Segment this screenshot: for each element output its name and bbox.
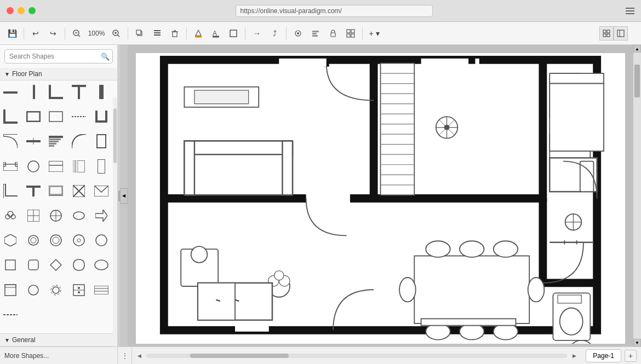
- delete-button[interactable]: [167, 26, 182, 41]
- svg-rect-40: [27, 112, 40, 122]
- page-tabs: Page-1 +: [581, 349, 641, 362]
- floor-plan-section-header[interactable]: ▼ Floor Plan: [0, 68, 117, 80]
- shape-x[interactable]: [71, 183, 87, 199]
- svg-rect-118: [381, 63, 415, 195]
- shape-sofa[interactable]: [2, 158, 19, 175]
- shape-rounded-sq[interactable]: [25, 257, 42, 273]
- line-color-button[interactable]: A: [208, 26, 224, 41]
- svg-point-155: [274, 271, 284, 280]
- shape-ring[interactable]: [48, 232, 64, 249]
- svg-point-81: [28, 235, 38, 245]
- arrange-button[interactable]: [290, 26, 306, 41]
- hamburger-menu[interactable]: [626, 8, 634, 14]
- search-input[interactable]: [4, 49, 113, 63]
- shape-star[interactable]: [71, 232, 87, 249]
- page-1-tab[interactable]: Page-1: [586, 349, 621, 362]
- shape-square[interactable]: [2, 257, 19, 273]
- canvas-page[interactable]: [136, 53, 625, 344]
- shape-t2[interactable]: [25, 183, 42, 199]
- shape-corner2[interactable]: [2, 183, 19, 199]
- copy-button[interactable]: [132, 26, 147, 41]
- shape-plant[interactable]: [2, 207, 19, 224]
- shape-door[interactable]: [2, 133, 19, 149]
- right-scrollbar[interactable]: ▲ ▼: [633, 45, 641, 346]
- shape-dash-line[interactable]: [71, 108, 87, 125]
- connector-button[interactable]: →: [249, 26, 265, 41]
- shape-curved[interactable]: [71, 133, 87, 149]
- shape-stairs2[interactable]: [71, 158, 87, 175]
- shape-dashed[interactable]: [2, 307, 19, 323]
- shape-circle2[interactable]: [25, 232, 42, 249]
- panel-toggle-button[interactable]: [614, 26, 628, 41]
- shape-oval[interactable]: [71, 207, 87, 224]
- shape-wall-v[interactable]: [25, 84, 42, 100]
- minimize-button[interactable]: [18, 7, 25, 14]
- insert-button[interactable]: + ▾: [367, 26, 382, 41]
- sidebar-scrollbar[interactable]: [113, 97, 117, 346]
- cut-button[interactable]: [150, 26, 165, 41]
- canvas-area[interactable]: ◀: [120, 45, 641, 346]
- shape-grid[interactable]: [25, 207, 42, 224]
- shape-end-wall[interactable]: [93, 84, 110, 100]
- shape-corner[interactable]: [48, 84, 64, 100]
- scroll-up-button[interactable]: ▲: [633, 45, 641, 53]
- sidebar: 🔍 ▼ Floor Plan: [0, 45, 118, 346]
- svg-point-87: [96, 235, 107, 246]
- shape-room[interactable]: [25, 108, 42, 125]
- scroll-down-button[interactable]: ▼: [633, 339, 641, 346]
- align-button[interactable]: [308, 26, 323, 41]
- shape-style-button[interactable]: [226, 26, 241, 41]
- lock-button[interactable]: [325, 26, 341, 41]
- shape-table-round[interactable]: [25, 158, 42, 175]
- shape-oval2[interactable]: [93, 257, 110, 273]
- save-button[interactable]: 💾: [4, 26, 20, 41]
- shape-bed[interactable]: [48, 158, 64, 175]
- close-button[interactable]: [7, 7, 14, 14]
- shape-diamond[interactable]: [48, 257, 64, 273]
- general-section-header[interactable]: ▼ General: [0, 334, 117, 346]
- shape-mail[interactable]: [93, 183, 110, 199]
- shape-filing[interactable]: [2, 282, 19, 298]
- shape-gear[interactable]: [48, 282, 64, 298]
- shape-small-rect[interactable]: [93, 133, 110, 149]
- zoom-level: 100%: [85, 30, 107, 37]
- shape-rounded2[interactable]: [25, 282, 42, 298]
- scroll-pages-left[interactable]: ◀: [135, 352, 143, 360]
- scroll-pages-right[interactable]: ▶: [570, 352, 578, 360]
- waypoint-button[interactable]: ⤴: [267, 26, 282, 41]
- add-page-button[interactable]: +: [625, 350, 637, 362]
- shape-wall-h[interactable]: [2, 84, 19, 100]
- shape-stair[interactable]: [48, 133, 64, 149]
- canvas-viewport: [128, 45, 633, 346]
- shape-arrow-shape[interactable]: [93, 207, 110, 224]
- undo-button[interactable]: ↩: [28, 26, 43, 41]
- shape-cabinet[interactable]: [71, 282, 87, 298]
- shape-rect[interactable]: [48, 108, 64, 125]
- url-field[interactable]: https://online.visual-paradigm.com/: [236, 5, 433, 17]
- shape-hexagon[interactable]: [2, 232, 19, 249]
- shape-fan[interactable]: [48, 207, 64, 224]
- redo-button[interactable]: ↪: [45, 26, 61, 41]
- shape-t-wall[interactable]: [71, 84, 87, 100]
- fit-page-button[interactable]: [599, 26, 614, 41]
- shape-u-shape[interactable]: [93, 108, 110, 125]
- group-button[interactable]: [343, 26, 358, 41]
- shape-l-wall[interactable]: [2, 108, 19, 125]
- zoom-out-button[interactable]: [69, 26, 84, 41]
- fill-button[interactable]: [191, 26, 206, 41]
- scroll-track-v: [633, 53, 641, 339]
- shape-shelving[interactable]: [93, 282, 110, 298]
- titlebar: https://online.visual-paradigm.com/: [0, 0, 641, 22]
- shape-double-ring[interactable]: [93, 232, 110, 249]
- more-options-button[interactable]: ⋮: [118, 347, 132, 365]
- shape-rounded-diamond[interactable]: [71, 257, 87, 273]
- maximize-button[interactable]: [28, 7, 36, 14]
- svg-rect-48: [49, 138, 61, 140]
- shape-window[interactable]: [25, 133, 42, 149]
- svg-rect-181: [279, 59, 326, 67]
- zoom-in-button[interactable]: [108, 26, 124, 41]
- canvas-left-arrow[interactable]: ◀: [120, 188, 128, 204]
- more-shapes-link[interactable]: More Shapes...: [4, 352, 49, 360]
- shape-monitor[interactable]: [48, 183, 64, 199]
- shape-column[interactable]: [93, 158, 110, 175]
